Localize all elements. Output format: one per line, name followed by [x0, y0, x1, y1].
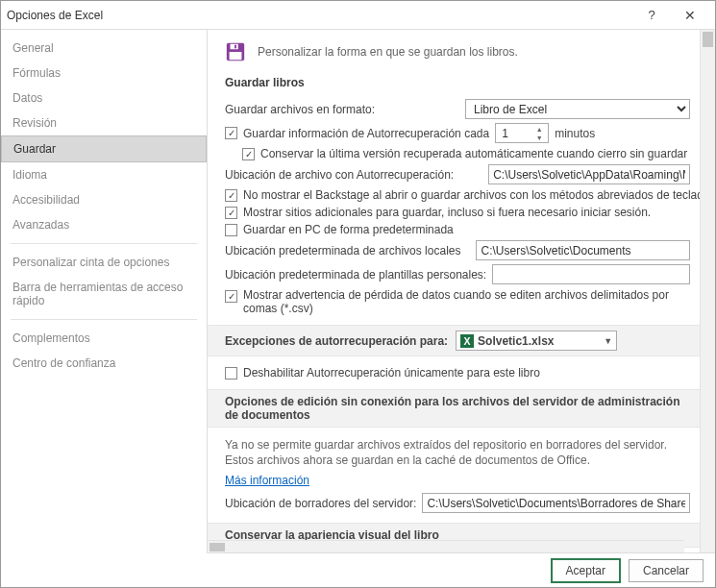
no-backstage-label: No mostrar el Backstage al abrir o guard…: [243, 188, 700, 202]
save-icon: [225, 41, 246, 62]
autorecover-minutes-spinner[interactable]: ▲▼: [495, 123, 549, 143]
vertical-scrollbar[interactable]: [700, 30, 715, 553]
more-info-link[interactable]: Más información: [225, 474, 309, 487]
sidebar-item-data[interactable]: Datos: [1, 86, 207, 110]
offline-description: Ya no se permite guardar archivos extraí…: [225, 437, 690, 468]
sidebar: General Fórmulas Datos Revisión Guardar …: [1, 30, 208, 553]
csv-warning-checkbox[interactable]: [225, 290, 237, 303]
sidebar-item-save[interactable]: Guardar: [1, 135, 207, 162]
drafts-location-input[interactable]: [422, 493, 690, 513]
sidebar-item-language[interactable]: Idioma: [1, 162, 207, 187]
disable-autorecover-label: Deshabilitar Autorrecuperación únicament…: [243, 366, 540, 380]
window-title: Opciones de Excel: [7, 9, 632, 22]
sidebar-item-general[interactable]: General: [1, 36, 207, 61]
svg-rect-3: [235, 45, 236, 49]
format-label: Guardar archivos en formato:: [225, 103, 375, 116]
keep-last-version-checkbox[interactable]: [242, 148, 255, 160]
section-autorecover-exceptions: Excepciones de autorrecuperación para:: [225, 334, 448, 348]
spinner-up[interactable]: ▲: [532, 125, 546, 134]
default-local-label: Ubicación predeterminada de archivos loc…: [225, 244, 460, 257]
page-subtitle: Personalizar la forma en que se guardan …: [258, 45, 518, 59]
save-pc-default-label: Guardar en PC de forma predeterminada: [243, 223, 454, 236]
svg-rect-1: [231, 44, 238, 50]
format-select[interactable]: Libro de Excel: [465, 99, 690, 119]
disable-autorecover-checkbox[interactable]: [225, 367, 237, 380]
drafts-location-label: Ubicación de borradores del servidor:: [225, 497, 416, 510]
spinner-down[interactable]: ▼: [532, 134, 546, 142]
svg-rect-2: [230, 52, 242, 60]
sidebar-item-formulas[interactable]: Fórmulas: [1, 61, 207, 86]
keep-last-version-label: Conservar la última versión recuperada a…: [260, 147, 687, 160]
excel-icon: X: [460, 334, 474, 348]
autorecover-checkbox[interactable]: [225, 127, 237, 139]
sidebar-item-quick-access[interactable]: Barra de herramientas de acceso rápido: [1, 275, 207, 313]
default-local-input[interactable]: [476, 240, 690, 260]
cancel-button[interactable]: Cancelar: [629, 559, 704, 582]
default-templates-input[interactable]: [492, 264, 690, 284]
close-button[interactable]: ✕: [671, 8, 709, 23]
autorecover-minutes-input[interactable]: [496, 124, 532, 142]
additional-sites-label: Mostrar sitios adicionales para guardar,…: [243, 206, 651, 219]
workbook-name: Solvetic1.xlsx: [478, 334, 554, 348]
chevron-down-icon: ▼: [604, 336, 612, 346]
sidebar-item-trust-center[interactable]: Centro de confianza: [1, 351, 207, 376]
save-pc-default-checkbox[interactable]: [225, 224, 237, 236]
csv-warning-label: Mostrar advertencia de pérdida de datos …: [243, 288, 690, 315]
autorecover-label: Guardar información de Autorrecuperación…: [243, 127, 489, 140]
default-templates-label: Ubicación predeterminada de plantillas p…: [225, 268, 486, 282]
horizontal-scrollbar[interactable]: [208, 540, 684, 553]
section-offline-editing: Opciones de edición sin conexión para lo…: [225, 395, 690, 422]
sidebar-item-customize-ribbon[interactable]: Personalizar cinta de opciones: [1, 250, 207, 275]
ok-button[interactable]: Aceptar: [551, 558, 621, 583]
sidebar-item-addins[interactable]: Complementos: [1, 326, 207, 351]
autorecover-location-label: Ubicación de archivo con Autorrecuperaci…: [225, 168, 454, 182]
sidebar-item-accessibility[interactable]: Accesibilidad: [1, 187, 207, 212]
additional-sites-checkbox[interactable]: [225, 207, 237, 219]
sidebar-item-review[interactable]: Revisión: [1, 110, 207, 135]
sidebar-item-advanced[interactable]: Avanzadas: [1, 212, 207, 237]
section-save-books: Guardar libros: [225, 76, 690, 89]
svg-text:X: X: [464, 334, 471, 346]
autorecover-location-input[interactable]: [488, 164, 690, 184]
minutes-label: minutos: [555, 127, 595, 140]
workbook-select[interactable]: X Solvetic1.xlsx ▼: [456, 331, 617, 351]
no-backstage-checkbox[interactable]: [225, 189, 237, 202]
help-button[interactable]: ?: [632, 8, 671, 22]
